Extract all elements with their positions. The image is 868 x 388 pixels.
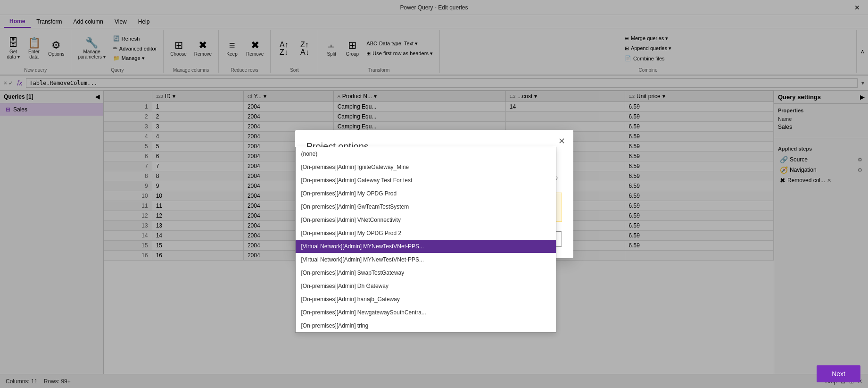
gateway-option-opt9[interactable]: [On-premises][Admin] SwapTestGateway [296,266,556,279]
gateway-dropdown-list[interactable]: (none)[On-premises][Admin] IgniteGateway… [295,147,556,333]
gateway-option-none[interactable]: (none) [296,147,556,160]
gateway-option-opt10[interactable]: [On-premises][Admin] Dh Gateway [296,279,556,293]
gateway-option-opt5[interactable]: [On-premises][Admin] VNetConnectivity [296,213,556,227]
gateway-option-opt13[interactable]: [On-premises][Admin] tring [296,319,556,332]
gateway-option-opt3[interactable]: [On-premises][Admin] My OPDG Prod [296,187,556,200]
gateway-option-opt8[interactable]: [Virtual Network][Admin] MYNewTestVNet-P… [296,253,556,266]
gateway-option-opt2[interactable]: [On-premises][Admin] Gateway Test For te… [296,174,556,187]
gateway-option-opt6[interactable]: [On-premises][Admin] My OPDG Prod 2 [296,227,556,240]
modal-close-button[interactable]: ✕ [556,135,568,147]
next-button[interactable]: Next [817,365,860,382]
gateway-option-opt11[interactable]: [On-premises][Admin] hanajb_Gateway [296,293,556,306]
gateway-option-opt7[interactable]: [Virtual Network][Admin] MYNewTestVNet-P… [296,240,556,253]
gateway-option-opt4[interactable]: [On-premises][Admin] GwTeamTestSystem [296,200,556,213]
project-options-modal: ✕ Project options On-premises data gatew… [295,130,573,258]
gateway-option-opt1[interactable]: [On-premises][Admin] IgniteGateway_Mine [296,160,556,174]
modal-overlay: ✕ Project options On-premises data gatew… [0,0,868,388]
gateway-option-opt12[interactable]: [On-premises][Admin] NewgatewaySouthCent… [296,306,556,319]
